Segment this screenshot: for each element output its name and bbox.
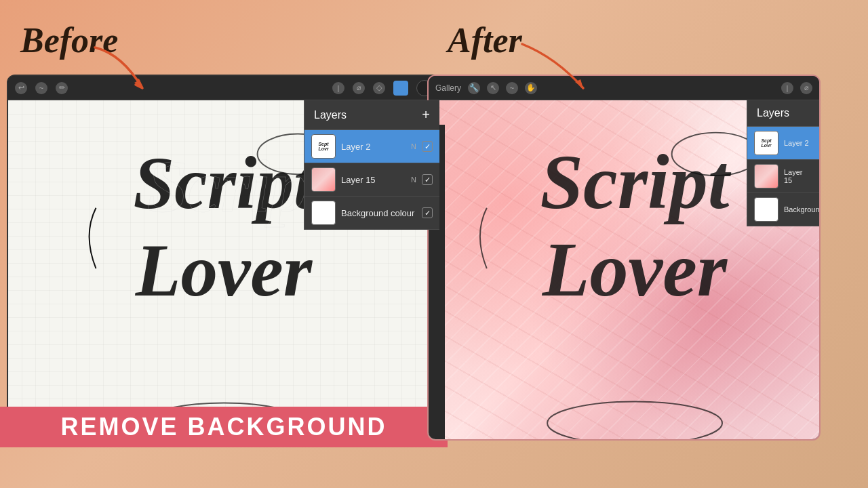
svg-point-8 [547,401,722,439]
ipad-after: Gallery 🔧 ↖ ~ ✋ | ⌀ [427,75,821,441]
layer-after-item-bg[interactable]: Background [747,193,819,226]
svg-text:Lover: Lover [542,226,728,312]
after-section: After Gallery 🔧 ↖ ~ ✋ | ⌀ [420,0,868,447]
before-section: Before ↩ ~ ✏ | ⌀ ◇ [0,0,448,447]
undo-icon[interactable]: ↩ [15,82,27,94]
paint-icon[interactable]: ⌀ [353,82,365,94]
layer-2-check[interactable] [422,141,433,152]
svg-text:Script: Script [540,139,732,225]
brush-icon[interactable]: ~ [35,82,47,94]
layer-after-15-thumb [754,164,778,188]
layer-2-mode: N [411,142,416,150]
canvas-after[interactable]: Script Lover Layers ScptLovr [429,100,819,439]
canvas-before[interactable]: Script Lover Script Layers + [8,100,439,439]
pen-icon-after[interactable]: | [781,82,793,94]
blue-square-icon[interactable] [393,81,408,96]
layer-after-15-name: Layer 15 [784,168,812,184]
layer-bg-thumb [311,201,336,225]
layer-item-2[interactable]: ScptLovr Layer 2 N [304,130,439,163]
layer-15-thumb [311,167,336,192]
layer-item-bg[interactable]: Background colour [304,197,439,230]
pencil-icon[interactable]: ✏ [56,82,68,94]
layer-after-bg-thumb [754,197,778,222]
cursor-icon[interactable]: ↖ [487,82,499,94]
before-arrow [88,41,170,111]
ipad-toolbar-before: ↩ ~ ✏ | ⌀ ◇ [8,76,439,100]
layers-panel-before: Layers + ScptLovr Layer 2 N [304,100,439,230]
after-label: After [448,20,522,60]
layer-after-bg-name: Background [784,205,819,214]
layer-bg-name: Background colour [341,208,416,218]
svg-text:Script: Script [146,146,330,228]
add-layer-button[interactable]: + [422,107,430,123]
layers-panel-after-header: Layers [747,100,819,127]
gallery-button[interactable]: Gallery [435,83,461,93]
ipad-before: ↩ ~ ✏ | ⌀ ◇ Script Lover [7,75,441,441]
ipad-toolbar-after: Gallery 🔧 ↖ ~ ✋ | ⌀ [429,76,819,100]
layer-2-thumb: ScptLovr [311,134,336,159]
layers-title-before: Layers [314,109,347,121]
layer-15-mode: N [411,176,416,184]
after-arrow [515,37,604,108]
svg-text:Lover: Lover [135,230,313,312]
layers-panel-header: Layers + [304,100,439,130]
main-container: Before ↩ ~ ✏ | ⌀ ◇ [0,0,868,488]
layers-panel-after: Layers ScptLovr Layer 2 Layer 15 [747,100,819,226]
pen-icon[interactable]: | [332,82,344,94]
layer-after-2-name: Layer 2 [784,139,812,147]
bottom-bar-text: REMOVE BACKGROUND [60,413,387,441]
layer-after-item-15[interactable]: Layer 15 [747,160,819,193]
layer-15-check[interactable] [422,174,433,185]
layer-after-item-2[interactable]: ScptLovr Layer 2 [747,127,819,160]
layer-after-2-thumb: ScptLovr [754,131,778,155]
layer-item-15[interactable]: Layer 15 N [304,163,439,197]
layer-15-name: Layer 15 [341,175,406,185]
eraser-icon[interactable]: ◇ [373,82,385,94]
layer-2-name: Layer 2 [341,142,406,152]
paint-brush-icon[interactable]: ⌀ [800,82,812,94]
wrench-icon[interactable]: 🔧 [468,82,480,94]
layer-bg-check[interactable] [422,207,433,218]
layers-title-after: Layers [757,107,789,119]
bottom-bar: REMOVE BACKGROUND [0,407,448,447]
